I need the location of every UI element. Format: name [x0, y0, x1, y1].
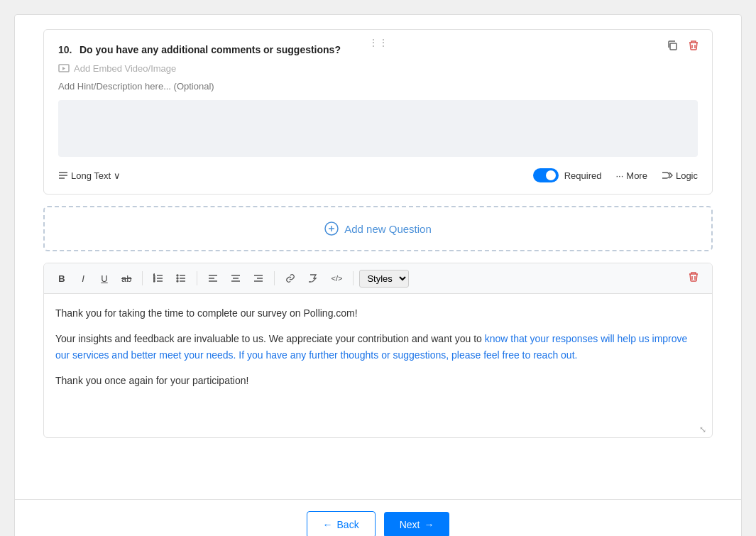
question-number: 10. — [58, 44, 75, 55]
align-right-button[interactable] — [248, 270, 268, 286]
unordered-list-button[interactable] — [171, 270, 191, 286]
type-chevron: ∨ — [114, 170, 121, 181]
next-button[interactable]: Next → — [384, 512, 450, 536]
back-label: Back — [337, 519, 359, 530]
bold-button[interactable]: B — [53, 270, 71, 287]
type-icon — [58, 170, 68, 180]
strikethrough-button[interactable]: ab — [116, 270, 136, 287]
align-center-icon — [231, 273, 241, 283]
bottom-nav: ← Back Next → — [15, 499, 741, 536]
logic-icon — [662, 170, 673, 181]
editor-body[interactable]: Thank you for taking the time to complet… — [44, 294, 712, 422]
link-button[interactable] — [280, 270, 300, 286]
type-selector[interactable]: Long Text ∨ — [58, 170, 121, 181]
separator-4 — [353, 271, 354, 285]
footer-right: Required ··· More Logic — [533, 168, 698, 182]
svg-text:3: 3 — [153, 279, 155, 283]
editor-line2-if: If you have any further thoughts or sugg… — [239, 349, 577, 361]
next-arrow: → — [424, 519, 434, 530]
editor-delete-button[interactable] — [684, 269, 703, 288]
align-center-button[interactable] — [226, 270, 246, 286]
editor-toolbar: B I U ab 1 2 3 — [44, 263, 712, 294]
link-icon — [285, 273, 295, 283]
more-label: More — [626, 170, 647, 181]
ordered-list-button[interactable]: 1 2 3 — [148, 270, 168, 286]
editor-line-2: Your insights and feedback are invaluabl… — [55, 331, 701, 363]
more-dots: ··· — [615, 170, 623, 181]
type-label: Long Text — [71, 170, 111, 181]
editor-resize[interactable]: ⤡ — [44, 422, 712, 437]
underline-button[interactable]: U — [95, 270, 114, 287]
logic-label: Logic — [676, 170, 698, 181]
required-label: Required — [564, 170, 602, 181]
back-button[interactable]: ← Back — [307, 511, 376, 536]
embed-icon — [58, 62, 70, 74]
back-arrow: ← — [323, 519, 333, 530]
editor-line-1: Thank you for taking the time to complet… — [55, 305, 701, 321]
embed-video-label[interactable]: Add Embed Video/Image — [74, 63, 176, 74]
ordered-list-icon: 1 2 3 — [153, 273, 163, 283]
svg-point-19 — [177, 280, 178, 282]
editor-delete-icon — [688, 271, 699, 283]
main-content: ⋮⋮ 10. Do you have any additional commen… — [15, 15, 741, 499]
editor-line-4: Thank you once again for your participat… — [55, 373, 701, 388]
svg-rect-0 — [670, 43, 676, 50]
editor-card: B I U ab 1 2 3 — [43, 263, 713, 438]
delete-button[interactable] — [686, 38, 701, 53]
question-text: Do you have any additional comments or s… — [80, 44, 341, 55]
separator-1 — [142, 271, 143, 285]
drag-handle[interactable]: ⋮⋮ — [368, 37, 388, 48]
question-card-10: ⋮⋮ 10. Do you have any additional commen… — [43, 29, 713, 195]
unordered-list-icon — [176, 273, 186, 283]
copy-button[interactable] — [665, 38, 679, 53]
svg-point-18 — [177, 278, 178, 279]
add-question-button[interactable]: Add new Question — [324, 221, 432, 236]
align-left-button[interactable] — [203, 270, 223, 286]
add-question-card[interactable]: Add new Question — [43, 206, 713, 251]
clear-format-button[interactable] — [303, 270, 323, 286]
embed-video-row: Add Embed Video/Image — [58, 62, 698, 74]
toggle-switch[interactable] — [533, 168, 559, 182]
separator-2 — [197, 271, 197, 285]
editor-line2-start: Your insights and feedback are invaluabl… — [55, 333, 485, 344]
question-actions-top — [665, 38, 701, 53]
align-right-icon — [253, 273, 263, 283]
logic-button[interactable]: Logic — [662, 170, 698, 181]
svg-point-17 — [177, 275, 178, 276]
long-text-area[interactable] — [58, 100, 698, 157]
styles-select[interactable]: Styles — [359, 270, 409, 288]
italic-button[interactable]: I — [74, 270, 92, 287]
hint-input[interactable] — [58, 81, 698, 92]
question-footer: Long Text ∨ Required ··· More — [58, 168, 698, 182]
align-left-icon — [208, 273, 218, 283]
required-toggle[interactable]: Required — [533, 168, 602, 182]
add-question-label: Add new Question — [344, 223, 432, 235]
page-container: ⋮⋮ 10. Do you have any additional commen… — [14, 14, 742, 536]
more-button[interactable]: ··· More — [615, 170, 647, 181]
add-question-icon — [324, 221, 339, 236]
next-label: Next — [400, 519, 420, 530]
clear-format-icon — [308, 273, 318, 283]
separator-3 — [274, 271, 275, 285]
code-button[interactable]: </> — [326, 271, 347, 285]
